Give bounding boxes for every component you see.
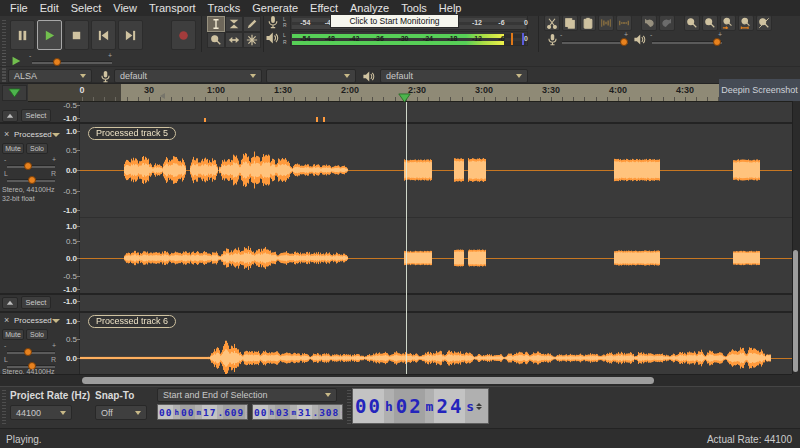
track-title[interactable]: Processed tr bbox=[14, 130, 54, 139]
horizontal-scrollbar-thumb[interactable] bbox=[82, 377, 654, 384]
time-digit-group[interactable]: s bbox=[245, 405, 248, 419]
time-digit-group[interactable]: 609 bbox=[223, 405, 245, 419]
track-title[interactable]: Processed tr bbox=[14, 316, 54, 325]
record-volume-slider[interactable] bbox=[562, 41, 628, 44]
pan-slider[interactable] bbox=[7, 179, 55, 182]
time-shift-tool-button[interactable] bbox=[225, 32, 243, 48]
device-grabber[interactable] bbox=[2, 69, 6, 82]
play-speed-slider[interactable] bbox=[32, 61, 112, 64]
gain-slider[interactable] bbox=[7, 351, 55, 354]
menu-view[interactable]: View bbox=[107, 0, 143, 16]
selection-mode-dropdown[interactable]: Start and End of Selection bbox=[157, 388, 337, 402]
gain-knob[interactable] bbox=[24, 162, 32, 170]
menu-select[interactable]: Select bbox=[65, 0, 108, 16]
draw-tool-button[interactable] bbox=[243, 16, 261, 32]
silence-button[interactable] bbox=[616, 15, 632, 31]
time-field-spinner[interactable] bbox=[475, 389, 482, 423]
time-digit-group[interactable]: 24 bbox=[434, 389, 465, 423]
zoom-selection-button[interactable] bbox=[720, 15, 736, 31]
select-track-button[interactable]: Select bbox=[21, 109, 51, 122]
envelope-tool-button[interactable] bbox=[225, 16, 243, 32]
mute-button[interactable]: Mute bbox=[2, 143, 24, 154]
select-track-button[interactable]: Select bbox=[21, 296, 51, 309]
track-name-label[interactable]: Processed track 5 bbox=[88, 127, 176, 140]
audio-position-field[interactable]: 00h02m24s bbox=[352, 388, 489, 424]
time-digit-group[interactable]: m bbox=[425, 389, 435, 423]
time-digit-group[interactable]: 00 bbox=[180, 405, 195, 419]
time-digit-group[interactable]: 02 bbox=[394, 389, 425, 423]
snap-to-value: Off bbox=[101, 408, 113, 418]
time-digit-group[interactable]: 17 bbox=[202, 405, 217, 419]
menu-file[interactable]: File bbox=[4, 0, 34, 16]
zoom-in-button[interactable] bbox=[684, 15, 700, 31]
time-digit-group[interactable]: 31 bbox=[297, 405, 312, 419]
time-digit-group[interactable]: 00 bbox=[158, 405, 173, 419]
mute-button[interactable]: Mute bbox=[2, 329, 24, 340]
redo-button[interactable] bbox=[659, 15, 675, 31]
menu-edit[interactable]: Edit bbox=[34, 0, 65, 16]
track-name-label[interactable]: Processed track 6 bbox=[88, 315, 176, 328]
playback-volume-slider[interactable] bbox=[652, 41, 722, 44]
recording-channels-dropdown[interactable] bbox=[266, 69, 356, 83]
skip-end-button[interactable] bbox=[118, 20, 143, 50]
zoom-toggle-button[interactable] bbox=[756, 15, 772, 31]
project-rate-dropdown[interactable]: 44100 bbox=[10, 405, 72, 420]
play-speed-knob[interactable] bbox=[53, 58, 61, 66]
record-button[interactable] bbox=[171, 20, 196, 50]
selection-end-field[interactable]: 00h03m31.308s bbox=[252, 404, 343, 420]
close-track-icon[interactable]: × bbox=[4, 316, 9, 325]
waveform-canvas-t6-ch1[interactable] bbox=[80, 314, 792, 374]
expand-track-button[interactable] bbox=[2, 110, 18, 122]
time-digit-group[interactable]: 03 bbox=[275, 405, 290, 419]
selection-toolbar-grabber[interactable] bbox=[2, 390, 6, 426]
solo-button[interactable]: Solo bbox=[26, 329, 48, 340]
paste-button[interactable] bbox=[580, 15, 596, 31]
recording-device-dropdown[interactable]: default bbox=[114, 69, 262, 83]
playback-meter[interactable]: -54-48-42-36-30-24-18-12-60 bbox=[290, 31, 528, 46]
waveform-canvas-t5-ch1[interactable] bbox=[80, 124, 792, 217]
skip-start-button[interactable] bbox=[91, 20, 116, 50]
gain-knob[interactable] bbox=[24, 348, 32, 356]
stop-button[interactable] bbox=[64, 20, 89, 50]
time-digit-group[interactable]: s bbox=[340, 405, 343, 419]
menu-tracks[interactable]: Tracks bbox=[202, 0, 247, 16]
selection-tool-button[interactable] bbox=[207, 16, 225, 32]
gain-slider[interactable] bbox=[7, 165, 55, 168]
timeline-options-button[interactable] bbox=[2, 85, 27, 101]
close-track-icon[interactable]: × bbox=[4, 130, 9, 139]
zoom-out-button[interactable] bbox=[702, 15, 718, 31]
menu-generate[interactable]: Generate bbox=[246, 0, 304, 16]
multi-tool-button[interactable] bbox=[243, 32, 261, 48]
playback-device-dropdown[interactable]: default bbox=[380, 69, 528, 83]
play-at-speed-grabber[interactable] bbox=[2, 53, 6, 65]
pause-button[interactable] bbox=[10, 20, 35, 50]
playhead-marker-icon[interactable] bbox=[398, 89, 411, 99]
vertical-scrollbar-thumb[interactable] bbox=[793, 250, 798, 372]
play-at-speed-button[interactable] bbox=[10, 53, 22, 65]
time-digit-group[interactable]: 308 bbox=[318, 405, 340, 419]
play-button[interactable] bbox=[37, 20, 62, 50]
zoom-tool-button[interactable] bbox=[207, 32, 225, 48]
speaker-icon[interactable] bbox=[265, 31, 279, 45]
menu-transport[interactable]: Transport bbox=[143, 0, 202, 16]
time-digit-group[interactable]: 00 bbox=[353, 389, 384, 423]
zoom-fit-button[interactable] bbox=[738, 15, 754, 31]
record-volume-knob[interactable] bbox=[620, 38, 628, 46]
selection-start-field[interactable]: 00h00m17.609s bbox=[157, 404, 248, 420]
cut-button[interactable] bbox=[544, 15, 560, 31]
time-digit-group[interactable]: 00 bbox=[253, 405, 268, 419]
pan-knob[interactable] bbox=[28, 176, 36, 184]
snap-to-dropdown[interactable]: Off bbox=[95, 405, 147, 420]
waveform-canvas-t5-ch2[interactable] bbox=[80, 218, 792, 293]
playback-volume-knob[interactable] bbox=[713, 38, 721, 46]
trim-button[interactable] bbox=[598, 15, 614, 31]
copy-button[interactable] bbox=[562, 15, 578, 31]
microphone-icon[interactable] bbox=[266, 15, 280, 29]
solo-button[interactable]: Solo bbox=[26, 143, 48, 154]
time-digit-group[interactable]: s bbox=[465, 389, 475, 423]
time-toolbar-grabber[interactable] bbox=[347, 390, 351, 426]
expand-track-button[interactable] bbox=[2, 297, 18, 309]
time-digit-group[interactable]: h bbox=[384, 389, 394, 423]
audio-host-dropdown[interactable]: ALSA bbox=[8, 69, 92, 83]
undo-button[interactable] bbox=[641, 15, 657, 31]
